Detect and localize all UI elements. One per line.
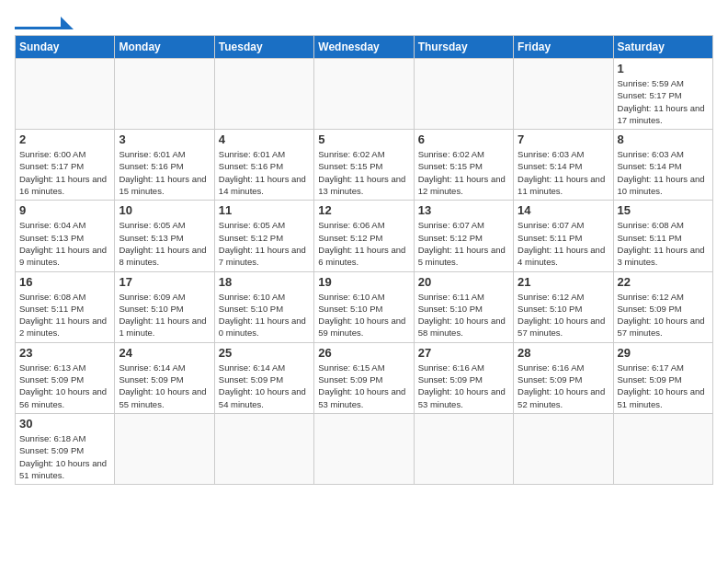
day-number: 11 — [219, 203, 310, 217]
day-number: 29 — [618, 346, 709, 360]
calendar: SundayMondayTuesdayWednesdayThursdayFrid… — [15, 35, 713, 485]
calendar-week-3: 16Sunrise: 6:08 AM Sunset: 5:11 PM Dayli… — [16, 271, 713, 342]
calendar-cell: 5Sunrise: 6:02 AM Sunset: 5:15 PM Daylig… — [314, 130, 414, 201]
day-info: Sunrise: 6:15 AM Sunset: 5:09 PM Dayligh… — [318, 362, 409, 410]
calendar-cell — [314, 59, 414, 130]
day-number: 15 — [618, 203, 709, 217]
day-info: Sunrise: 6:13 AM Sunset: 5:09 PM Dayligh… — [19, 362, 110, 410]
day-info: Sunrise: 6:08 AM Sunset: 5:11 PM Dayligh… — [618, 219, 709, 268]
day-number: 22 — [618, 275, 709, 289]
day-number: 8 — [618, 132, 709, 146]
calendar-cell: 21Sunrise: 6:12 AM Sunset: 5:10 PM Dayli… — [514, 271, 613, 342]
day-number: 17 — [119, 275, 210, 289]
calendar-cell — [414, 413, 513, 484]
day-number: 16 — [19, 275, 110, 289]
day-number: 24 — [119, 346, 210, 360]
calendar-header-thursday: Thursday — [414, 36, 513, 59]
page-header — [15, 15, 713, 29]
day-number: 6 — [418, 132, 509, 146]
calendar-week-0: 1Sunrise: 5:59 AM Sunset: 5:17 PM Daylig… — [16, 59, 713, 130]
logo — [15, 15, 74, 29]
calendar-cell: 23Sunrise: 6:13 AM Sunset: 5:09 PM Dayli… — [16, 342, 115, 413]
day-number: 7 — [518, 132, 609, 146]
calendar-cell: 8Sunrise: 6:03 AM Sunset: 5:14 PM Daylig… — [613, 130, 712, 201]
day-info: Sunrise: 6:06 AM Sunset: 5:12 PM Dayligh… — [318, 219, 409, 268]
calendar-cell: 24Sunrise: 6:14 AM Sunset: 5:09 PM Dayli… — [115, 342, 214, 413]
calendar-cell: 19Sunrise: 6:10 AM Sunset: 5:10 PM Dayli… — [314, 271, 414, 342]
calendar-cell: 22Sunrise: 6:12 AM Sunset: 5:09 PM Dayli… — [613, 271, 712, 342]
calendar-cell: 10Sunrise: 6:05 AM Sunset: 5:13 PM Dayli… — [115, 201, 214, 271]
day-number: 25 — [219, 346, 310, 360]
day-info: Sunrise: 6:08 AM Sunset: 5:11 PM Dayligh… — [19, 291, 110, 339]
calendar-cell: 26Sunrise: 6:15 AM Sunset: 5:09 PM Dayli… — [314, 342, 414, 413]
calendar-cell: 16Sunrise: 6:08 AM Sunset: 5:11 PM Dayli… — [16, 271, 115, 342]
day-info: Sunrise: 6:01 AM Sunset: 5:16 PM Dayligh… — [119, 148, 210, 197]
calendar-cell: 13Sunrise: 6:07 AM Sunset: 5:12 PM Dayli… — [414, 201, 513, 271]
day-info: Sunrise: 5:59 AM Sunset: 5:17 PM Dayligh… — [618, 77, 709, 126]
calendar-cell: 4Sunrise: 6:01 AM Sunset: 5:16 PM Daylig… — [214, 130, 313, 201]
calendar-cell: 12Sunrise: 6:06 AM Sunset: 5:12 PM Dayli… — [314, 201, 414, 271]
day-number: 13 — [418, 203, 509, 217]
day-number: 18 — [219, 275, 310, 289]
day-number: 27 — [418, 346, 509, 360]
calendar-header-tuesday: Tuesday — [214, 36, 313, 59]
day-info: Sunrise: 6:17 AM Sunset: 5:09 PM Dayligh… — [618, 362, 709, 410]
day-number: 9 — [19, 203, 110, 217]
calendar-cell — [414, 59, 513, 130]
day-info: Sunrise: 6:10 AM Sunset: 5:10 PM Dayligh… — [318, 291, 409, 339]
calendar-cell: 27Sunrise: 6:16 AM Sunset: 5:09 PM Dayli… — [414, 342, 513, 413]
day-info: Sunrise: 6:03 AM Sunset: 5:14 PM Dayligh… — [618, 148, 709, 197]
day-info: Sunrise: 6:16 AM Sunset: 5:09 PM Dayligh… — [518, 362, 609, 410]
day-info: Sunrise: 6:05 AM Sunset: 5:13 PM Dayligh… — [119, 219, 210, 268]
calendar-cell — [115, 59, 214, 130]
day-number: 19 — [318, 275, 409, 289]
day-number: 4 — [219, 132, 310, 146]
calendar-cell — [314, 413, 414, 484]
day-number: 3 — [119, 132, 210, 146]
calendar-cell: 6Sunrise: 6:02 AM Sunset: 5:15 PM Daylig… — [414, 130, 513, 201]
calendar-header-friday: Friday — [514, 36, 613, 59]
day-info: Sunrise: 6:04 AM Sunset: 5:13 PM Dayligh… — [19, 219, 110, 268]
calendar-cell — [514, 413, 613, 484]
calendar-cell: 25Sunrise: 6:14 AM Sunset: 5:09 PM Dayli… — [214, 342, 313, 413]
calendar-header-sunday: Sunday — [16, 36, 115, 59]
calendar-cell: 28Sunrise: 6:16 AM Sunset: 5:09 PM Dayli… — [514, 342, 613, 413]
day-info: Sunrise: 6:12 AM Sunset: 5:10 PM Dayligh… — [518, 291, 609, 339]
logo-bar — [15, 27, 61, 29]
calendar-week-1: 2Sunrise: 6:00 AM Sunset: 5:17 PM Daylig… — [16, 130, 713, 201]
day-number: 5 — [318, 132, 409, 146]
day-number: 28 — [518, 346, 609, 360]
day-number: 2 — [19, 132, 110, 146]
calendar-week-5: 30Sunrise: 6:18 AM Sunset: 5:09 PM Dayli… — [16, 413, 713, 484]
logo-triangle — [61, 17, 74, 29]
calendar-header-wednesday: Wednesday — [314, 36, 414, 59]
calendar-cell: 20Sunrise: 6:11 AM Sunset: 5:10 PM Dayli… — [414, 271, 513, 342]
day-info: Sunrise: 6:14 AM Sunset: 5:09 PM Dayligh… — [219, 362, 310, 410]
calendar-cell — [613, 413, 712, 484]
day-number: 30 — [19, 417, 110, 431]
calendar-header-row: SundayMondayTuesdayWednesdayThursdayFrid… — [16, 36, 713, 59]
calendar-cell: 3Sunrise: 6:01 AM Sunset: 5:16 PM Daylig… — [115, 130, 214, 201]
calendar-cell: 30Sunrise: 6:18 AM Sunset: 5:09 PM Dayli… — [16, 413, 115, 484]
calendar-cell: 15Sunrise: 6:08 AM Sunset: 5:11 PM Dayli… — [613, 201, 712, 271]
day-number: 14 — [518, 203, 609, 217]
calendar-week-2: 9Sunrise: 6:04 AM Sunset: 5:13 PM Daylig… — [16, 201, 713, 271]
day-info: Sunrise: 6:18 AM Sunset: 5:09 PM Dayligh… — [19, 432, 110, 481]
day-info: Sunrise: 6:11 AM Sunset: 5:10 PM Dayligh… — [418, 291, 509, 339]
day-info: Sunrise: 6:14 AM Sunset: 5:09 PM Dayligh… — [119, 362, 210, 410]
calendar-cell — [16, 59, 115, 130]
day-info: Sunrise: 6:07 AM Sunset: 5:12 PM Dayligh… — [418, 219, 509, 268]
calendar-cell: 17Sunrise: 6:09 AM Sunset: 5:10 PM Dayli… — [115, 271, 214, 342]
calendar-cell — [214, 59, 313, 130]
calendar-header-monday: Monday — [115, 36, 214, 59]
day-info: Sunrise: 6:16 AM Sunset: 5:09 PM Dayligh… — [418, 362, 509, 410]
calendar-cell: 1Sunrise: 5:59 AM Sunset: 5:17 PM Daylig… — [613, 59, 712, 130]
calendar-week-4: 23Sunrise: 6:13 AM Sunset: 5:09 PM Dayli… — [16, 342, 713, 413]
day-number: 1 — [618, 62, 709, 75]
calendar-header-saturday: Saturday — [613, 36, 712, 59]
day-number: 12 — [318, 203, 409, 217]
day-info: Sunrise: 6:01 AM Sunset: 5:16 PM Dayligh… — [219, 148, 310, 197]
day-info: Sunrise: 6:05 AM Sunset: 5:12 PM Dayligh… — [219, 219, 310, 268]
day-number: 23 — [19, 346, 110, 360]
calendar-cell: 14Sunrise: 6:07 AM Sunset: 5:11 PM Dayli… — [514, 201, 613, 271]
